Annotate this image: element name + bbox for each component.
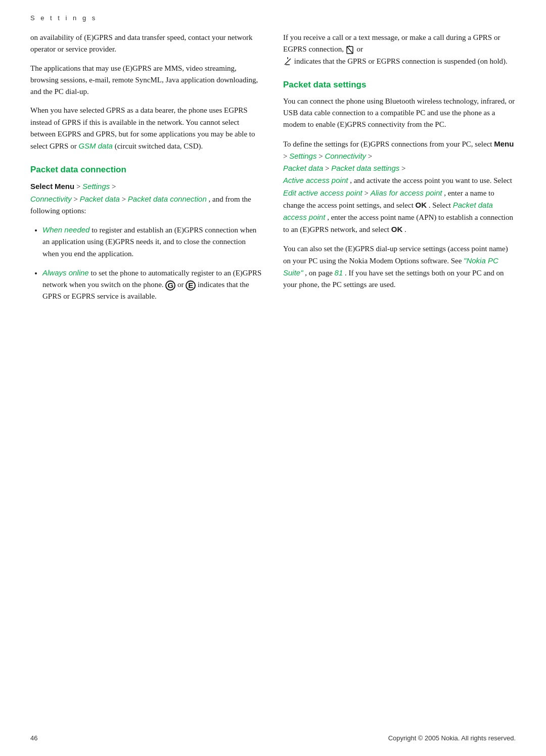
right-para-1: If you receive a call or a text message,… (283, 32, 516, 67)
always-online-label: Always online (42, 268, 89, 277)
alias-link: Alias for access point (371, 188, 442, 197)
header-text: S e t t i n g s (30, 14, 97, 22)
arrow3: > (73, 195, 79, 203)
right-para-1-start: If you receive a call or a text message,… (283, 33, 500, 53)
settings-link: Settings (82, 182, 110, 191)
r-arrow2: > (318, 152, 325, 160)
footer-copyright: Copyright © 2005 Nokia. All rights reser… (388, 734, 516, 742)
right-packet-data-settings-link: Packet data settings (331, 164, 399, 172)
right-para-4: You can also set the (E)GPRS dial-up ser… (283, 243, 516, 291)
r-arrow5: > (401, 164, 405, 172)
e-icon: E (186, 280, 196, 291)
left-para-1: on availability of (E)GPRS and data tran… (30, 32, 263, 56)
when-needed-label: When needed (42, 225, 89, 234)
page-number-link: 81 (335, 268, 343, 277)
left-para-3-end: (circuit switched data, CSD). (113, 142, 203, 150)
right-settings-link: Settings (289, 152, 316, 160)
left-para-2: The applications that may use (E)GPRS ar… (30, 63, 263, 98)
left-column: on availability of (E)GPRS and data tran… (30, 32, 263, 310)
right-connectivity-link: Connectivity (325, 152, 366, 160)
period: . (404, 225, 406, 233)
select-label-text: . Select (429, 201, 451, 209)
bullet-2-or: or (177, 280, 186, 289)
svg-line-3 (285, 59, 291, 65)
r-arrow4: > (325, 164, 331, 172)
right-para-2: You can connect the phone using Bluetoot… (283, 96, 516, 131)
packet-data-options-list: When needed to register and establish an… (42, 224, 263, 303)
menu-label: Menu (55, 182, 74, 191)
packet-data-connection-nav: Select Menu > Settings > Connectivity > … (30, 180, 263, 217)
on-page-text: , on page (305, 269, 333, 277)
packet-data-connection-link: Packet data connection (128, 195, 207, 203)
ok-label: OK (416, 201, 427, 209)
connectivity-link: Connectivity (30, 195, 72, 203)
right-packet-data-link: Packet data (283, 164, 323, 172)
slash-signal-icon (283, 57, 292, 66)
right-para-1-end: indicates that the GPRS or EGPRS connect… (294, 57, 508, 65)
to-define-text: To define the settings for (E)GPRS conne… (283, 140, 492, 148)
arrow1: > (76, 182, 82, 191)
bullet-1: When needed to register and establish an… (42, 224, 263, 260)
left-para-3: When you have selected GPRS as a data be… (30, 105, 263, 152)
no-signal-icon (346, 45, 355, 55)
page: S e t t i n g s on availability of (E)GP… (0, 0, 546, 756)
bullet-2: Always online to set the phone to automa… (42, 267, 263, 303)
page-header: S e t t i n g s (0, 0, 546, 27)
footer-page-number: 46 (30, 734, 37, 742)
ok-label2: OK (391, 225, 403, 233)
packet-data-connection-heading: Packet data connection (30, 164, 263, 175)
active-access-point-link: Active access point (283, 176, 348, 184)
arrow2: > (112, 182, 116, 191)
right-column: If you receive a call or a text message,… (283, 32, 516, 310)
packet-data-settings-heading: Packet data settings (283, 79, 516, 90)
right-menu-label: Menu (494, 139, 514, 148)
gsm-data-link: GSM data (78, 141, 113, 150)
packet-data-link: Packet data (80, 195, 120, 203)
right-icons-or: or (357, 45, 363, 53)
content-wrapper: on availability of (E)GPRS and data tran… (0, 27, 546, 340)
page-footer: 46 Copyright © 2005 Nokia. All rights re… (0, 734, 546, 742)
svg-line-1 (347, 46, 353, 54)
select-label: Select (30, 182, 53, 191)
r-arrow6: > (365, 189, 371, 197)
g-icon: G (165, 280, 175, 291)
right-para-3: To define the settings for (E)GPRS conne… (283, 138, 516, 236)
and-activate-text: , and activate the access point you want… (350, 176, 512, 184)
r-arrow3: > (368, 152, 372, 160)
edit-active-link: Edit active access point (283, 188, 362, 197)
r-arrow1: > (283, 152, 289, 160)
arrow4: > (122, 195, 128, 203)
